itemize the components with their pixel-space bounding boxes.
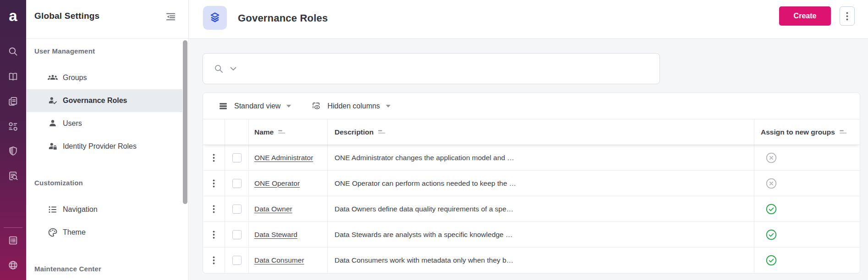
column-header-assign-to-new-groups[interactable]: Assign to new groups	[754, 119, 860, 145]
role-name-cell: Data Consumer	[248, 248, 327, 273]
row-actions-button[interactable]	[209, 202, 219, 216]
role-description: Data Stewards are analysts with a specif…	[327, 222, 754, 247]
page-title: Governance Roles	[238, 12, 328, 24]
list-bullets-icon	[47, 204, 58, 215]
role-name-cell: ONE Operator	[248, 171, 327, 196]
row-actions-cell	[203, 196, 225, 221]
row-actions-button[interactable]	[209, 151, 219, 165]
role-name-link[interactable]: Data Consumer	[254, 256, 304, 264]
view-selector[interactable]: Standard view	[218, 101, 291, 111]
rail-divider	[4, 227, 22, 228]
role-description: ONE Administrator changes the applicatio…	[327, 145, 754, 170]
row-checkbox[interactable]	[232, 205, 242, 214]
main-area: Governance Roles Create Standard view Hi…	[189, 0, 868, 280]
governance-roles-entity-icon	[203, 6, 227, 30]
kebab-icon	[846, 12, 848, 21]
shield-icon[interactable]	[0, 141, 26, 161]
assign-to-new-groups-cell	[754, 222, 860, 247]
sidebar-section-customization: CustomizationNavigationTheme	[26, 158, 188, 244]
person-check-icon	[47, 95, 58, 106]
row-checkbox[interactable]	[232, 230, 242, 239]
hidden-columns-label: Hidden columns	[327, 102, 380, 110]
search-icon[interactable]	[0, 41, 26, 61]
row-select-cell	[225, 248, 248, 273]
row-actions-cell	[203, 248, 225, 273]
column-visibility-icon	[311, 101, 321, 111]
sidebar-item-groups[interactable]: Groups	[26, 66, 182, 89]
dropdown-caret-icon	[386, 105, 390, 108]
search-input[interactable]	[243, 54, 651, 84]
hidden-columns-selector[interactable]: Hidden columns	[311, 101, 390, 111]
sidebar-item-label: Navigation	[63, 205, 98, 214]
row-actions-button[interactable]	[209, 177, 219, 190]
column-header-description[interactable]: Description	[327, 119, 754, 145]
row-actions-button[interactable]	[209, 253, 219, 267]
role-name-cell: ONE Administrator	[248, 145, 327, 170]
role-name-link[interactable]: ONE Administrator	[254, 154, 313, 162]
roles-table-card: Standard view Hidden columns Name Descr	[203, 92, 860, 274]
sidebar-item-navigation[interactable]: Navigation	[26, 198, 182, 221]
assigned-icon	[765, 203, 777, 215]
chevron-down-icon[interactable]	[230, 67, 236, 71]
sort-icon[interactable]	[378, 130, 385, 135]
table-row-data-consumer: Data ConsumerData Consumers work with me…	[203, 248, 860, 273]
profiling-search-icon[interactable]	[0, 166, 26, 186]
header-select-column	[225, 119, 248, 145]
table-row-one-operator: ONE OperatorONE Operator can perform act…	[203, 171, 860, 196]
create-button[interactable]: Create	[779, 6, 831, 26]
section-label: Maintenance Center	[34, 265, 188, 275]
app-icon-rail: a	[0, 0, 26, 280]
header-more-actions-button[interactable]	[840, 6, 855, 26]
sidebar-item-identity-provider-roles[interactable]: Identity Provider Roles	[26, 135, 182, 158]
row-select-cell	[225, 196, 248, 221]
table-row-data-steward: Data StewardData Stewards are analysts w…	[203, 222, 860, 248]
sort-icon[interactable]	[278, 130, 286, 135]
sidebar-item-users[interactable]: Users	[26, 112, 182, 135]
assign-to-new-groups-cell	[754, 171, 860, 196]
not-assigned-icon	[765, 178, 777, 189]
header-actions-column	[203, 119, 225, 145]
row-actions-cell	[203, 171, 225, 196]
row-actions-cell	[203, 145, 225, 170]
data-catalog-icon[interactable]	[0, 116, 26, 136]
row-select-cell	[225, 171, 248, 196]
article-list-icon[interactable]	[0, 230, 26, 250]
sidebar-item-governance-roles[interactable]: Governance Roles	[26, 89, 182, 112]
settings-sidebar: Global Settings User ManagementGroupsGov…	[26, 0, 189, 280]
sidebar-title: Global Settings	[34, 11, 99, 21]
sidebar-item-label: Users	[63, 119, 82, 128]
sidebar-item-label: Governance Roles	[63, 97, 127, 105]
row-checkbox[interactable]	[232, 153, 242, 162]
sidebar-scrollbar[interactable]	[183, 40, 187, 204]
section-label: User Management	[34, 47, 188, 57]
role-name-cell: Data Owner	[248, 196, 327, 221]
collapse-sidebar-icon[interactable]	[165, 11, 176, 22]
row-checkbox[interactable]	[232, 256, 242, 265]
row-checkbox[interactable]	[232, 179, 242, 188]
role-name-link[interactable]: Data Owner	[254, 205, 292, 213]
search-bar	[203, 53, 660, 84]
table-toolbar: Standard view Hidden columns	[203, 93, 860, 119]
app-logo[interactable]: a	[0, 5, 26, 26]
assign-to-new-groups-cell	[754, 196, 860, 221]
sidebar-item-theme[interactable]: Theme	[26, 221, 182, 244]
role-name-link[interactable]: Data Steward	[254, 231, 297, 239]
not-assigned-icon	[765, 152, 777, 164]
globe-icon[interactable]	[0, 255, 26, 275]
palette-icon	[47, 227, 58, 238]
role-name-link[interactable]: ONE Operator	[254, 179, 300, 188]
person-icon	[47, 118, 58, 129]
search-icon	[214, 64, 224, 74]
assigned-icon	[765, 254, 777, 266]
role-description: Data Owners define data quality requirem…	[327, 196, 754, 221]
column-header-name[interactable]: Name	[248, 119, 327, 145]
section-label: Customization	[34, 179, 188, 189]
row-actions-cell	[203, 222, 225, 247]
row-actions-button[interactable]	[209, 228, 219, 242]
documents-icon[interactable]	[0, 91, 26, 111]
knowledge-book-icon[interactable]	[0, 66, 26, 86]
table-row-data-owner: Data OwnerData Owners define data qualit…	[203, 196, 860, 222]
sort-icon[interactable]	[840, 130, 847, 135]
content-area: Standard view Hidden columns Name Descr	[189, 39, 868, 280]
role-description: Data Consumers work with metadata only w…	[327, 248, 754, 273]
